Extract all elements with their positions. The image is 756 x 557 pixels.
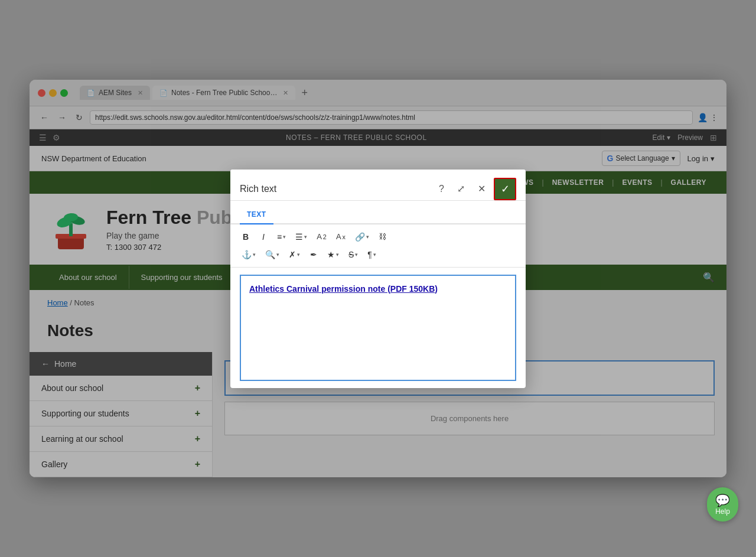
- toolbar-strikethrough-button[interactable]: S ▾: [344, 247, 362, 262]
- toolbar-superscript-button[interactable]: Ax: [332, 229, 350, 244]
- toolbar-list-button[interactable]: ☰ ▾: [291, 229, 311, 245]
- dialog-confirm-button[interactable]: ✓: [494, 178, 516, 200]
- toolbar-bold-button[interactable]: B: [237, 229, 254, 245]
- toolbar-star-button[interactable]: ★ ▾: [323, 247, 343, 262]
- dialog-tabs: TEXT: [230, 206, 526, 224]
- toolbar-unlink-button[interactable]: ⛓: [374, 229, 391, 244]
- find-chevron-icon: ▾: [276, 252, 279, 258]
- link-chevron-icon: ▾: [366, 234, 369, 240]
- dialog-tab-text[interactable]: TEXT: [240, 206, 273, 224]
- unlink-icon: ⛓: [379, 232, 386, 241]
- paste-icon: ✒: [310, 250, 317, 259]
- toolbar-paragraph-button[interactable]: ¶ ▾: [363, 247, 380, 262]
- toolbar-subscript-button[interactable]: A2: [312, 229, 331, 244]
- star-chevron-icon: ▾: [336, 252, 339, 258]
- find-icon: 🔍: [265, 250, 275, 259]
- toolbar-row-2: ⚓ ▾ 🔍 ▾ ✗ ▾ ✒ ★ ▾ S: [237, 247, 519, 262]
- toolbar-anchor-button[interactable]: ⚓ ▾: [237, 247, 260, 262]
- list-icon: ☰: [295, 232, 303, 242]
- list-chevron-icon: ▾: [304, 234, 307, 240]
- toolbar-row-1: B I ≡ ▾ ☰ ▾ A2 Ax 🔗 ▾ ⛓: [237, 229, 519, 245]
- toolbar-align-button[interactable]: ≡ ▾: [273, 229, 290, 245]
- strikethrough-chevron-icon: ▾: [355, 252, 358, 258]
- anchor-chevron-icon: ▾: [253, 252, 256, 258]
- dialog-help-button[interactable]: ?: [434, 181, 449, 197]
- dialog-title: Rich text: [240, 184, 276, 194]
- editor-area: Athletics Carnival permission note (PDF …: [230, 268, 526, 388]
- star-icon: ★: [327, 250, 335, 259]
- toolbar-paste-button[interactable]: ✒: [305, 247, 322, 262]
- toolbar-italic-button[interactable]: I: [255, 229, 272, 245]
- spellcheck-icon: ✗: [289, 250, 296, 259]
- help-label: Help: [715, 507, 730, 516]
- dialog-close-button[interactable]: ✕: [473, 181, 490, 197]
- anchor-icon: ⚓: [242, 250, 252, 259]
- dialog-action-buttons: ? ⤢ ✕ ✓: [434, 178, 516, 200]
- dialog-header: Rich text ? ⤢ ✕ ✓: [230, 170, 526, 201]
- rich-text-dialog: Rich text ? ⤢ ✕ ✓ TEXT B I ≡ ▾: [230, 170, 526, 388]
- paragraph-chevron-icon: ▾: [373, 252, 376, 258]
- align-icon: ≡: [277, 232, 282, 242]
- align-chevron-icon: ▾: [283, 234, 286, 240]
- toolbar-link-button[interactable]: 🔗 ▾: [351, 229, 373, 245]
- dialog-expand-button[interactable]: ⤢: [452, 181, 470, 197]
- toolbar-find-button[interactable]: 🔍 ▾: [261, 247, 284, 262]
- editor-link[interactable]: Athletics Carnival permission note (PDF …: [249, 284, 438, 294]
- help-button[interactable]: 💬 Help: [707, 487, 738, 522]
- modal-overlay: Rich text ? ⤢ ✕ ✓ TEXT B I ≡ ▾: [0, 0, 756, 557]
- toolbar-spellcheck-button[interactable]: ✗ ▾: [285, 247, 304, 262]
- editor-content[interactable]: Athletics Carnival permission note (PDF …: [240, 275, 516, 381]
- help-icon: 💬: [715, 493, 730, 507]
- strikethrough-icon: S: [348, 250, 354, 259]
- link-icon: 🔗: [355, 232, 365, 242]
- paragraph-icon: ¶: [367, 250, 372, 259]
- checkmark-icon: ✓: [501, 183, 510, 196]
- editor-toolbar: B I ≡ ▾ ☰ ▾ A2 Ax 🔗 ▾ ⛓: [230, 224, 526, 268]
- spellcheck-chevron-icon: ▾: [297, 252, 300, 258]
